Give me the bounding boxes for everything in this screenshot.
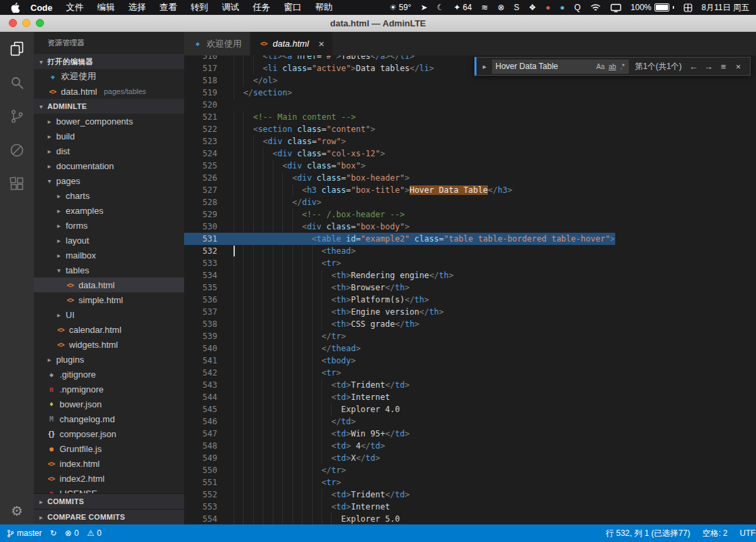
line-number[interactable]: 521 (184, 111, 234, 123)
code-line[interactable]: <tbody> (234, 355, 756, 367)
error-count[interactable]: ⊗ 0 (65, 528, 79, 538)
file-composer.json[interactable]: {}composer.json (34, 426, 184, 441)
code-line[interactable]: </thead> (234, 342, 756, 355)
folder-build[interactable]: ▸build (34, 129, 184, 143)
cancel-circle-icon[interactable]: ⊗ (497, 3, 504, 12)
line-number[interactable]: 545 (184, 403, 234, 415)
search-q-app-icon[interactable]: Q (574, 3, 580, 12)
app-menu-title[interactable]: Code (30, 3, 53, 13)
tab-data.html[interactable]: <>data.html× (250, 32, 333, 55)
debug-icon[interactable] (0, 133, 34, 167)
sync-icon[interactable]: ↻ (50, 528, 57, 538)
line-number[interactable]: 525 (184, 160, 234, 172)
line-number[interactable]: 523 (184, 135, 234, 148)
line-number[interactable]: 516 (184, 55, 234, 62)
code-line[interactable]: <td>Trident</td> (234, 489, 756, 501)
line-number[interactable]: 547 (184, 428, 234, 440)
line-number[interactable]: 527 (184, 184, 234, 196)
file-bower.json[interactable]: ♦bower.json (34, 397, 184, 411)
minimize-window-button[interactable] (22, 19, 30, 27)
file-index.html[interactable]: <>index.html (34, 456, 184, 471)
file-data.html[interactable]: <>data.html (34, 277, 184, 292)
line-number[interactable]: 526 (184, 172, 234, 184)
folder-tables[interactable]: ▾tables (34, 263, 184, 277)
line-number[interactable]: 528 (184, 196, 234, 208)
file-.npmignore[interactable]: n.npmignore (34, 382, 184, 397)
line-number[interactable]: 518 (184, 74, 234, 87)
code-line[interactable]: </section> (234, 87, 756, 99)
git-branch-indicator[interactable]: master (7, 528, 42, 538)
line-number[interactable]: 548 (184, 440, 234, 452)
battery-indicator[interactable]: 100% (631, 3, 674, 12)
open-editor-item[interactable]: <>data.htmlpages/tables (34, 84, 184, 99)
code-line[interactable]: <section class="content"> (234, 123, 756, 135)
input-source-icon[interactable] (684, 3, 692, 12)
find-next-button[interactable]: → (703, 62, 714, 72)
line-number[interactable]: 520 (184, 99, 234, 111)
folder-documentation[interactable]: ▸documentation (34, 158, 184, 173)
line-number[interactable]: 534 (184, 269, 234, 281)
line-number[interactable]: 539 (184, 330, 234, 342)
line-number[interactable]: 532 (184, 245, 234, 257)
line-number[interactable]: 517 (184, 62, 234, 74)
source-control-icon[interactable] (0, 99, 34, 133)
menu-item-帮助[interactable]: 帮助 (315, 1, 333, 14)
open-editor-item[interactable]: ❖欢迎使用 (34, 69, 184, 84)
folder-mailbox[interactable]: ▸mailbox (34, 248, 184, 263)
menu-item-查看[interactable]: 查看 (160, 1, 177, 14)
code-line[interactable]: <td>Internet (234, 391, 756, 403)
code-line[interactable]: <th>Browser</th> (234, 281, 756, 294)
code-line[interactable]: <td>Internet (234, 501, 756, 513)
explorer-icon[interactable] (0, 32, 34, 66)
code-line[interactable]: <tr> (234, 476, 756, 489)
code-line[interactable]: <div class="row"> (234, 135, 756, 148)
code-line[interactable]: <h3 class="box-title">Hover Data Table</… (234, 184, 756, 196)
chat-app-icon[interactable]: ❖ (529, 3, 536, 12)
line-number[interactable]: 541 (184, 355, 234, 367)
regex-toggle[interactable]: .* (618, 63, 627, 70)
moon-icon[interactable]: ☾ (437, 3, 445, 12)
match-case-toggle[interactable]: Aa (594, 63, 606, 70)
folder-plugins[interactable]: ▸plugins (34, 352, 184, 367)
menu-item-窗口[interactable]: 窗口 (284, 1, 302, 14)
line-number[interactable]: 533 (184, 257, 234, 269)
red-dot-app-icon[interactable]: ● (546, 3, 550, 12)
code-line[interactable]: Explorer 5.0 (234, 513, 756, 524)
code-line[interactable]: <td>Win 95+</td> (234, 428, 756, 440)
code-line[interactable]: <th>CSS grade</th> (234, 318, 756, 330)
line-number[interactable]: 519 (184, 87, 234, 99)
folder-forms[interactable]: ▸forms (34, 218, 184, 233)
find-previous-button[interactable]: ← (688, 62, 699, 72)
find-in-selection-button[interactable]: ≡ (717, 62, 729, 72)
teal-dot-app-icon[interactable]: ● (560, 3, 564, 12)
line-number[interactable]: 522 (184, 123, 234, 135)
search-icon[interactable] (0, 66, 34, 99)
encoding-indicator[interactable]: UTF-8 (740, 528, 756, 538)
line-number[interactable]: 552 (184, 489, 234, 501)
indentation-indicator[interactable]: 空格: 2 (703, 528, 728, 539)
close-find-button[interactable]: × (732, 62, 744, 72)
folder-bower_components[interactable]: ▸bower_components (34, 114, 184, 129)
file-widgets.html[interactable]: <>widgets.html (34, 337, 184, 352)
line-number[interactable]: 536 (184, 294, 234, 306)
menu-item-任务[interactable]: 任务 (253, 1, 271, 14)
extensions-icon[interactable] (0, 167, 34, 201)
code-line[interactable]: <!-- Main content --> (234, 111, 756, 123)
file-simple.html[interactable]: <>simple.html (34, 292, 184, 307)
menu-item-调试[interactable]: 调试 (222, 1, 240, 14)
code-line[interactable]: <thead> (234, 245, 756, 257)
window-title-bar[interactable]: data.html — AdminLTE (0, 15, 756, 32)
code-line[interactable]: <div class="box-header"> (234, 172, 756, 184)
open-editors-header[interactable]: ▾ 打开的编辑器 (34, 54, 184, 69)
code-area[interactable]: 5165175185195205215225235245255265275285… (184, 55, 756, 524)
line-number[interactable]: 540 (184, 342, 234, 355)
code-line[interactable]: <table id="example2" class="table table-… (234, 233, 756, 245)
line-number[interactable]: 529 (184, 208, 234, 221)
menu-item-文件[interactable]: 文件 (66, 1, 84, 14)
menu-item-选择[interactable]: 选择 (129, 1, 146, 14)
section-header-COMPARE COMMITS[interactable]: ▸COMPARE COMMITS (34, 509, 184, 524)
code-line[interactable]: </tr> (234, 330, 756, 342)
code-line[interactable]: <td>Trident</td> (234, 379, 756, 391)
line-number[interactable]: 530 (184, 221, 234, 233)
file-calendar.html[interactable]: <>calendar.html (34, 322, 184, 337)
